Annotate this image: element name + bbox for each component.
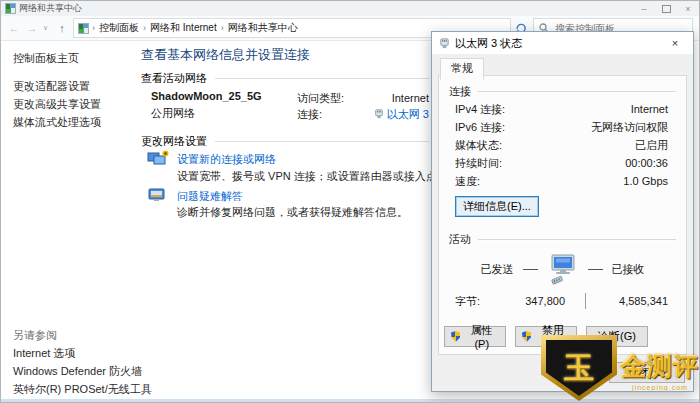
window-controls: – × <box>633 1 699 16</box>
see-also-header: 另请参阅 <box>13 328 57 343</box>
tab-general[interactable]: 常规 <box>440 58 484 80</box>
ipv4-row: IPv4 连接: Internet <box>455 100 668 118</box>
sent-label: 已发送 <box>481 262 514 277</box>
speed-row: 速度: 1.0 Gbps <box>455 172 668 190</box>
properties-button[interactable]: 属性(P) <box>444 326 506 347</box>
window-title: 网络和共享中心 <box>19 2 82 15</box>
received-dash <box>588 269 603 270</box>
access-type-label: 访问类型: <box>297 91 344 106</box>
minimize-button[interactable]: – <box>633 1 655 16</box>
speed-value: 1.0 Gbps <box>623 175 668 187</box>
general-tab-page: 连接 IPv4 连接: Internet IPv6 连接: 无网络访问权限 媒体… <box>438 75 687 355</box>
troubleshoot-desc: 诊断并修复网络问题，或者获得疑难解答信息。 <box>177 205 408 220</box>
change-network-settings-section: 更改网络设置 <box>141 134 429 149</box>
sidebar-item-change-adapter-settings[interactable]: 更改适配器设置 <box>13 79 90 94</box>
setup-new-connection-label[interactable]: 设置新的连接或网络 <box>177 153 276 165</box>
section-rule <box>215 141 429 142</box>
duration-row: 持续时间: 00:00:36 <box>455 154 668 172</box>
dialog-titlebar: 以太网 3 状态 × <box>432 32 693 54</box>
history-dropdown-icon[interactable]: ∨ <box>43 24 51 32</box>
details-button[interactable]: 详细信息(E)... <box>455 196 539 217</box>
dialog-ethernet-icon <box>439 38 450 49</box>
uac-shield-icon <box>451 331 460 342</box>
sidebar-item-advanced-sharing-settings[interactable]: 更改高级共享设置 <box>13 97 101 112</box>
new-connection-icon <box>147 150 169 167</box>
dialog-close-button[interactable]: 关闭(C) <box>609 362 685 383</box>
speed-label: 速度: <box>455 174 480 189</box>
connections-label: 连接: <box>297 107 322 122</box>
ipv4-value: Internet <box>631 103 668 115</box>
breadcrumb-separator: › <box>143 23 146 33</box>
troubleshoot-icon <box>147 187 169 204</box>
connection-group-title: 连接 <box>449 84 471 99</box>
sidebar-item-intel-proset[interactable]: 英特尔(R) PROSet/无线工具 <box>13 382 152 397</box>
sidebar-item-control-panel-home[interactable]: 控制面板主页 <box>13 51 79 66</box>
back-icon[interactable]: ← <box>7 22 21 34</box>
active-networks-section-title: 查看活动网络 <box>141 71 207 86</box>
up-icon[interactable]: ↑ <box>55 22 69 34</box>
forward-icon[interactable]: → <box>25 22 39 34</box>
section-rule <box>215 78 429 79</box>
connection-rows: IPv4 连接: Internet IPv6 连接: 无网络访问权限 媒体状态:… <box>455 100 668 190</box>
dialog-close-icon[interactable]: × <box>664 37 686 49</box>
disable-button[interactable]: 禁用(D) <box>515 326 577 347</box>
sent-dash <box>523 269 538 270</box>
close-button[interactable]: × <box>677 1 699 16</box>
troubleshoot-label[interactable]: 问题疑难解答 <box>177 190 243 202</box>
setup-new-connection-link[interactable]: 设置新的连接或网络 <box>177 152 276 167</box>
breadcrumb-item-network-internet[interactable]: 网络和 Internet <box>150 21 217 35</box>
ethernet-3-link[interactable]: 以太网 3 <box>387 107 429 122</box>
disable-button-label: 禁用(D) <box>535 323 570 350</box>
duration-label: 持续时间: <box>455 156 502 171</box>
group-rule <box>478 239 676 241</box>
bytes-label: 字节: <box>455 294 501 309</box>
connection-group: 连接 <box>449 84 676 99</box>
ipv6-row: IPv6 连接: 无网络访问权限 <box>455 118 668 136</box>
active-networks-section: 查看活动网络 <box>141 71 429 86</box>
received-label: 已接收 <box>612 262 645 277</box>
ipv4-label: IPv4 连接: <box>455 102 505 117</box>
breadcrumb-item-network-sharing[interactable]: 网络和共享中心 <box>228 21 298 35</box>
sidebar-item-media-streaming-options[interactable]: 媒体流式处理选项 <box>13 115 101 130</box>
sidebar-item-internet-options[interactable]: Internet 选项 <box>13 346 75 361</box>
sidebar-item-windows-defender-firewall[interactable]: Windows Defender 防火墙 <box>13 364 142 379</box>
activity-buttons: 属性(P) 禁用(D) 诊断(G) <box>444 326 648 347</box>
duration-value: 00:00:36 <box>625 157 668 169</box>
media-state-row: 媒体状态: 已启用 <box>455 136 668 154</box>
troubleshoot-link[interactable]: 问题疑难解答 <box>177 189 243 204</box>
change-network-settings-title: 更改网络设置 <box>141 134 207 149</box>
access-type-value: Internet <box>392 92 429 104</box>
bytes-received-value: 4,585,341 <box>604 295 668 307</box>
network-properties: 访问类型: Internet 连接: 以太网 3 <box>297 90 429 122</box>
ethernet-status-dialog: 以太网 3 状态 × 常规 连接 IPv4 连接: Internet IPv6 … <box>431 31 694 392</box>
network-name: ShadowMoon_25_5G <box>151 90 262 102</box>
network-sharing-center-screen: 网络和共享中心 – × ← → ∨ ↑ › 控制面板 › 网络和 Interne… <box>0 0 700 403</box>
bytes-sent-value: 347,800 <box>501 295 565 307</box>
activity-group: 活动 <box>449 232 676 247</box>
dialog-title: 以太网 3 状态 <box>455 36 522 51</box>
diagnose-button[interactable]: 诊断(G) <box>586 326 648 347</box>
bytes-divider <box>585 293 586 309</box>
diagnose-button-label: 诊断(G) <box>598 329 636 344</box>
ethernet-icon <box>374 109 384 119</box>
setup-new-connection-desc: 设置宽带、拨号或 VPN 连接；或设置路由器或接入点。 <box>177 169 448 184</box>
window-bottom-edge <box>1 399 699 402</box>
network-type: 公用网络 <box>151 106 195 121</box>
group-rule <box>478 91 676 93</box>
page-title: 查看基本网络信息并设置连接 <box>141 46 310 64</box>
breadcrumb-separator: › <box>92 23 95 33</box>
bytes-row: 字节: 347,800 4,585,341 <box>455 293 668 309</box>
maximize-icon <box>662 5 671 13</box>
maximize-button[interactable] <box>655 1 677 16</box>
breadcrumb-separator: › <box>221 23 224 33</box>
media-state-value: 已启用 <box>635 138 668 153</box>
breadcrumb-item-control-panel[interactable]: 控制面板 <box>99 21 139 35</box>
properties-button-label: 属性(P) <box>464 323 499 350</box>
network-center-app-icon <box>6 4 15 13</box>
ipv6-value: 无网络访问权限 <box>591 120 668 135</box>
media-state-label: 媒体状态: <box>455 138 502 153</box>
computer-icon <box>547 253 579 285</box>
activity-visual: 已发送 已接收 <box>439 246 686 292</box>
uac-shield-icon <box>522 331 531 342</box>
window-titlebar: 网络和共享中心 – × <box>1 1 699 16</box>
